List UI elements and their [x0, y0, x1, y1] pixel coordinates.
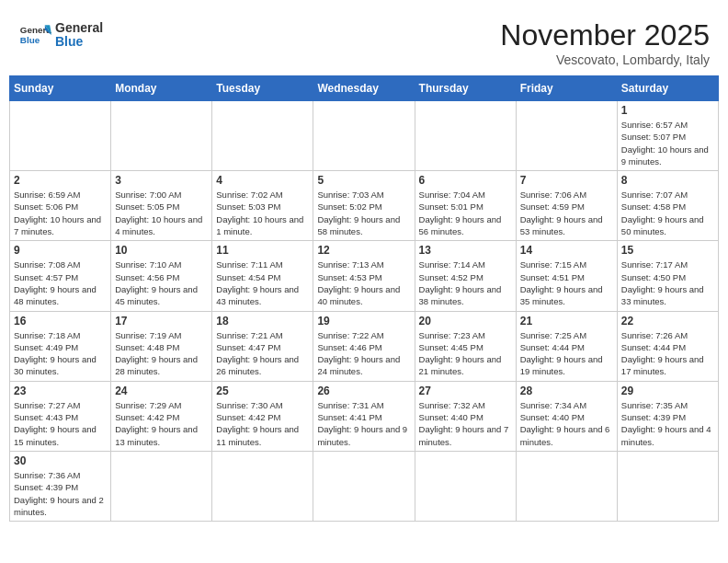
month-year-title: November 2025	[500, 18, 710, 52]
calendar-day-cell: 26Sunrise: 7:31 AM Sunset: 4:41 PM Dayli…	[313, 381, 415, 451]
calendar-day-cell: 30Sunrise: 7:36 AM Sunset: 4:39 PM Dayli…	[10, 451, 111, 521]
day-number: 15	[621, 244, 714, 257]
day-info: Sunrise: 7:06 AM Sunset: 4:59 PM Dayligh…	[520, 189, 613, 237]
day-info: Sunrise: 7:13 AM Sunset: 4:53 PM Dayligh…	[317, 259, 410, 307]
day-number: 17	[115, 315, 208, 327]
location-subtitle: Vescovato, Lombardy, Italy	[500, 52, 710, 67]
calendar-day-cell: 14Sunrise: 7:15 AM Sunset: 4:51 PM Dayli…	[516, 241, 617, 311]
day-number: 14	[520, 244, 613, 257]
day-number: 29	[621, 385, 714, 397]
calendar-day-cell: 24Sunrise: 7:29 AM Sunset: 4:42 PM Dayli…	[111, 381, 212, 451]
svg-text:Blue: Blue	[20, 35, 40, 45]
day-info: Sunrise: 7:07 AM Sunset: 4:58 PM Dayligh…	[621, 189, 714, 237]
day-info: Sunrise: 7:00 AM Sunset: 5:05 PM Dayligh…	[115, 189, 208, 237]
calendar-day-cell: 16Sunrise: 7:18 AM Sunset: 4:49 PM Dayli…	[10, 311, 111, 381]
day-info: Sunrise: 7:04 AM Sunset: 5:01 PM Dayligh…	[419, 189, 512, 237]
day-info: Sunrise: 7:30 AM Sunset: 4:42 PM Dayligh…	[216, 399, 309, 448]
day-number: 19	[317, 315, 410, 327]
logo-general-text: General	[55, 21, 103, 35]
day-number: 2	[14, 174, 107, 187]
calendar-day-cell	[516, 101, 617, 171]
calendar-day-cell: 13Sunrise: 7:14 AM Sunset: 4:52 PM Dayli…	[415, 241, 516, 311]
day-number: 20	[419, 315, 512, 327]
day-info: Sunrise: 7:08 AM Sunset: 4:57 PM Dayligh…	[14, 259, 107, 307]
day-number: 8	[621, 174, 714, 187]
day-number: 22	[621, 315, 714, 327]
calendar-day-cell: 20Sunrise: 7:23 AM Sunset: 4:45 PM Dayli…	[415, 311, 516, 381]
calendar-day-cell: 6Sunrise: 7:04 AM Sunset: 5:01 PM Daylig…	[415, 171, 516, 241]
calendar-day-cell: 23Sunrise: 7:27 AM Sunset: 4:43 PM Dayli…	[10, 381, 111, 451]
day-number: 1	[621, 104, 714, 117]
day-info: Sunrise: 7:25 AM Sunset: 4:44 PM Dayligh…	[520, 329, 613, 378]
calendar-week-row: 9Sunrise: 7:08 AM Sunset: 4:57 PM Daylig…	[10, 241, 719, 311]
weekday-header-thursday: Thursday	[415, 76, 516, 101]
day-info: Sunrise: 7:11 AM Sunset: 4:54 PM Dayligh…	[216, 259, 309, 307]
calendar-day-cell: 15Sunrise: 7:17 AM Sunset: 4:50 PM Dayli…	[617, 241, 718, 311]
calendar-week-row: 1Sunrise: 6:57 AM Sunset: 5:07 PM Daylig…	[10, 101, 719, 171]
day-info: Sunrise: 7:03 AM Sunset: 5:02 PM Dayligh…	[317, 189, 410, 237]
calendar-day-cell	[212, 101, 313, 171]
day-info: Sunrise: 7:35 AM Sunset: 4:39 PM Dayligh…	[621, 399, 714, 448]
calendar-day-cell: 27Sunrise: 7:32 AM Sunset: 4:40 PM Dayli…	[415, 381, 516, 451]
calendar-day-cell	[111, 101, 212, 171]
day-number: 13	[419, 244, 512, 257]
day-info: Sunrise: 7:29 AM Sunset: 4:42 PM Dayligh…	[115, 399, 208, 448]
day-number: 23	[14, 385, 107, 397]
calendar-day-cell	[212, 451, 313, 521]
day-info: Sunrise: 6:59 AM Sunset: 5:06 PM Dayligh…	[14, 189, 107, 237]
logo-icon: General Blue	[18, 18, 51, 52]
calendar-day-cell: 17Sunrise: 7:19 AM Sunset: 4:48 PM Dayli…	[111, 311, 212, 381]
weekday-header-sunday: Sunday	[10, 76, 111, 101]
day-info: Sunrise: 7:32 AM Sunset: 4:40 PM Dayligh…	[419, 399, 512, 448]
calendar-day-cell: 29Sunrise: 7:35 AM Sunset: 4:39 PM Dayli…	[617, 381, 718, 451]
calendar-day-cell: 3Sunrise: 7:00 AM Sunset: 5:05 PM Daylig…	[111, 171, 212, 241]
calendar-day-cell: 9Sunrise: 7:08 AM Sunset: 4:57 PM Daylig…	[10, 241, 111, 311]
calendar-day-cell: 12Sunrise: 7:13 AM Sunset: 4:53 PM Dayli…	[313, 241, 415, 311]
weekday-header-saturday: Saturday	[617, 76, 718, 101]
day-info: Sunrise: 7:17 AM Sunset: 4:50 PM Dayligh…	[621, 259, 714, 307]
calendar-day-cell	[415, 451, 516, 521]
calendar-table: SundayMondayTuesdayWednesdayThursdayFrid…	[9, 75, 719, 522]
calendar-day-cell	[617, 451, 718, 521]
logo: General Blue General Blue	[18, 18, 103, 52]
calendar-day-cell: 18Sunrise: 7:21 AM Sunset: 4:47 PM Dayli…	[212, 311, 313, 381]
header: General Blue General Blue November 2025 …	[9, 9, 719, 72]
day-info: Sunrise: 7:18 AM Sunset: 4:49 PM Dayligh…	[14, 329, 107, 378]
calendar-week-row: 23Sunrise: 7:27 AM Sunset: 4:43 PM Dayli…	[10, 381, 719, 451]
calendar-week-row: 2Sunrise: 6:59 AM Sunset: 5:06 PM Daylig…	[10, 171, 719, 241]
calendar-day-cell	[415, 101, 516, 171]
calendar-day-cell: 5Sunrise: 7:03 AM Sunset: 5:02 PM Daylig…	[313, 171, 415, 241]
day-info: Sunrise: 7:26 AM Sunset: 4:44 PM Dayligh…	[621, 329, 714, 378]
day-number: 21	[520, 315, 613, 327]
calendar-day-cell	[10, 101, 111, 171]
day-number: 6	[419, 174, 512, 187]
day-info: Sunrise: 7:02 AM Sunset: 5:03 PM Dayligh…	[216, 189, 309, 237]
day-info: Sunrise: 7:10 AM Sunset: 4:56 PM Dayligh…	[115, 259, 208, 307]
weekday-header-row: SundayMondayTuesdayWednesdayThursdayFrid…	[10, 76, 719, 101]
day-number: 27	[419, 385, 512, 397]
calendar-week-row: 16Sunrise: 7:18 AM Sunset: 4:49 PM Dayli…	[10, 311, 719, 381]
day-number: 9	[14, 244, 107, 257]
day-number: 11	[216, 244, 309, 257]
calendar-day-cell: 8Sunrise: 7:07 AM Sunset: 4:58 PM Daylig…	[617, 171, 718, 241]
calendar-day-cell	[313, 101, 415, 171]
day-number: 3	[115, 174, 208, 187]
day-info: Sunrise: 7:19 AM Sunset: 4:48 PM Dayligh…	[115, 329, 208, 378]
day-number: 18	[216, 315, 309, 327]
weekday-header-friday: Friday	[516, 76, 617, 101]
calendar-day-cell: 22Sunrise: 7:26 AM Sunset: 4:44 PM Dayli…	[617, 311, 718, 381]
title-area: November 2025 Vescovato, Lombardy, Italy	[500, 18, 710, 67]
calendar-day-cell	[111, 451, 212, 521]
calendar-day-cell: 19Sunrise: 7:22 AM Sunset: 4:46 PM Dayli…	[313, 311, 415, 381]
calendar-day-cell: 1Sunrise: 6:57 AM Sunset: 5:07 PM Daylig…	[617, 101, 718, 171]
day-number: 4	[216, 174, 309, 187]
day-number: 28	[520, 385, 613, 397]
day-info: Sunrise: 7:36 AM Sunset: 4:39 PM Dayligh…	[14, 469, 107, 518]
day-number: 7	[520, 174, 613, 187]
calendar-day-cell: 21Sunrise: 7:25 AM Sunset: 4:44 PM Dayli…	[516, 311, 617, 381]
calendar-week-row: 30Sunrise: 7:36 AM Sunset: 4:39 PM Dayli…	[10, 451, 719, 521]
day-number: 5	[317, 174, 410, 187]
weekday-header-tuesday: Tuesday	[212, 76, 313, 101]
calendar-day-cell	[313, 451, 415, 521]
weekday-header-monday: Monday	[111, 76, 212, 101]
